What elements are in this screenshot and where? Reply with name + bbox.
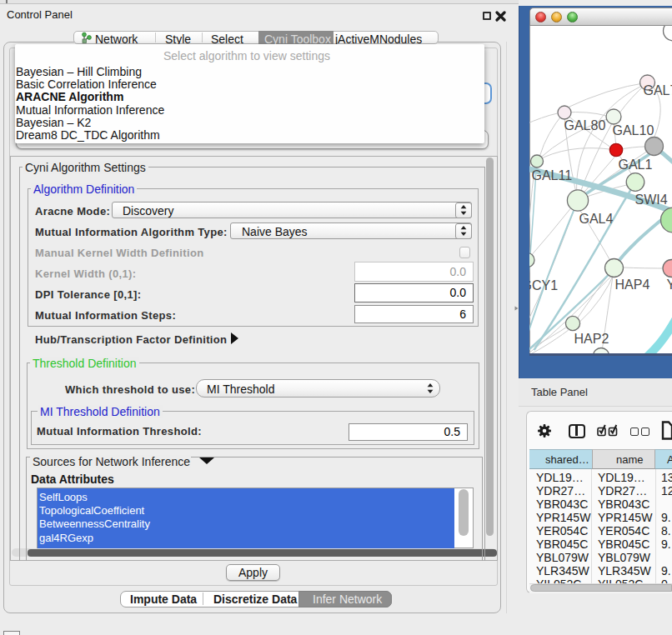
svg-text:GAL4: GAL4 [579, 212, 613, 226]
svg-text:GAL80: GAL80 [564, 118, 605, 132]
svg-text:HAP2: HAP2 [574, 332, 609, 346]
svg-text:GAL1: GAL1 [618, 158, 652, 172]
svg-text:GAL11: GAL11 [531, 168, 572, 182]
svg-text:GAL7: GAL7 [643, 83, 672, 98]
svg-text:SWI4: SWI4 [634, 192, 667, 207]
svg-text:GCY1: GCY1 [529, 278, 558, 292]
svg-text:GAL10: GAL10 [612, 123, 654, 138]
svg-text:HAP4: HAP4 [614, 278, 649, 292]
svg-text:Y: Y [666, 278, 672, 292]
